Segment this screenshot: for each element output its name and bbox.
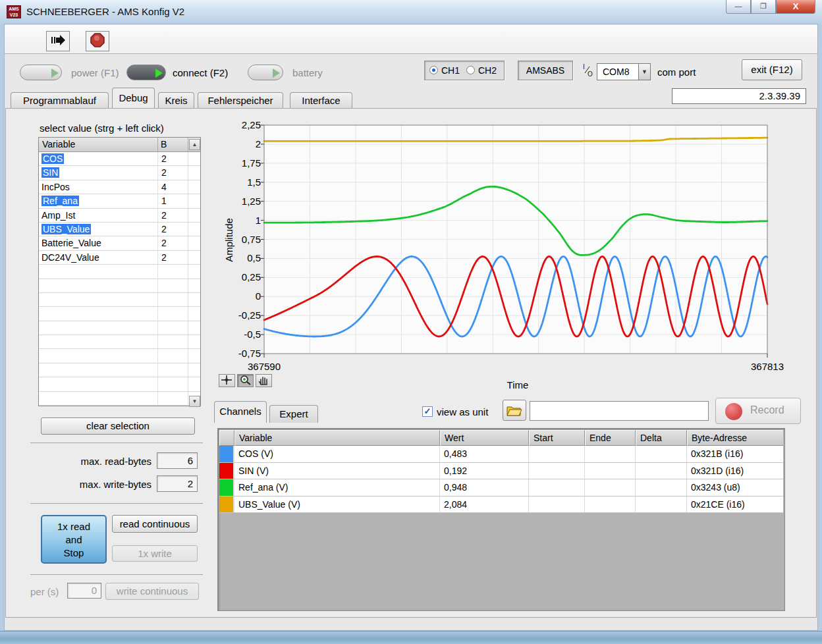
power-label: power (F1) bbox=[71, 67, 119, 78]
variable-bytes bbox=[158, 307, 188, 320]
minimize-button[interactable]: — bbox=[726, 0, 751, 14]
toggle-battery[interactable] bbox=[248, 65, 283, 80]
close-button[interactable]: X bbox=[776, 0, 815, 14]
record-button[interactable]: Record bbox=[715, 398, 801, 424]
write-continuous-button[interactable]: write continuous bbox=[105, 583, 199, 600]
variable-row-empty[interactable] bbox=[39, 307, 200, 321]
variable-row-ref_ana[interactable]: Ref_ana1 bbox=[39, 194, 200, 208]
clear-selection-button[interactable]: clear selection bbox=[41, 417, 195, 435]
variable-row-incpos[interactable]: IncPos4 bbox=[39, 180, 200, 194]
variable-row-sin[interactable]: SIN2 bbox=[39, 166, 200, 180]
cursor-tool-button[interactable] bbox=[219, 374, 235, 387]
y-tick-label: -0,25 bbox=[221, 309, 261, 321]
channel-row-sin[interactable]: SIN (V)0,1920x321D (i16) bbox=[219, 463, 783, 480]
connect-label: connect (F2) bbox=[173, 67, 228, 78]
view-as-unit-checkbox[interactable]: ✓ bbox=[422, 406, 433, 417]
tab-debug[interactable]: Debug bbox=[112, 88, 155, 108]
col-delta: Delta bbox=[636, 430, 687, 446]
battery-label: battery bbox=[292, 67, 323, 78]
read-bytes-field[interactable]: 6 bbox=[157, 452, 198, 469]
cell-ende bbox=[585, 446, 636, 462]
channels-table-header: VariableWertStartEndeDeltaByte-Adresse bbox=[219, 430, 783, 446]
radio-ch2[interactable] bbox=[466, 66, 475, 74]
cell-ende bbox=[585, 496, 636, 513]
read-bytes-label: max. read-bytes bbox=[40, 456, 151, 467]
write-bytes-label: max. write-bytes bbox=[40, 479, 151, 490]
variable-table-header: Variable B bbox=[39, 138, 200, 152]
variable-row-empty[interactable] bbox=[39, 265, 200, 279]
record-icon bbox=[725, 403, 742, 420]
variable-bytes: 2 bbox=[158, 166, 188, 179]
variable-row-batterie_value[interactable]: Batterie_Value2 bbox=[39, 236, 200, 250]
variable-row-empty[interactable] bbox=[39, 349, 200, 363]
tab-programmablauf[interactable]: Programmablauf bbox=[11, 92, 109, 108]
divider bbox=[30, 443, 203, 443]
com-dropdown-button[interactable]: ▼ bbox=[638, 63, 651, 80]
waveform-chart bbox=[217, 117, 774, 381]
io-icon: I O bbox=[582, 63, 594, 81]
y-tick-label: 1 bbox=[221, 215, 261, 226]
crosshair-icon bbox=[220, 375, 234, 385]
divider bbox=[30, 574, 203, 575]
variable-row-empty[interactable] bbox=[39, 363, 200, 377]
scroll-up-icon[interactable]: ▲ bbox=[189, 139, 200, 150]
stop-button[interactable] bbox=[86, 31, 109, 51]
browse-folder-button[interactable] bbox=[503, 400, 526, 421]
scroll-down-icon[interactable]: ▼ bbox=[189, 396, 200, 407]
record-button-label: Record bbox=[750, 404, 784, 416]
y-tick-label: 1,5 bbox=[221, 176, 261, 188]
channels-table: VariableWertStartEndeDeltaByte-Adresse C… bbox=[217, 428, 785, 611]
variable-row-amp_ist[interactable]: Amp_Ist2 bbox=[39, 209, 200, 223]
variable-bytes bbox=[158, 321, 188, 335]
variable-row-empty[interactable] bbox=[39, 293, 200, 307]
variable-bytes bbox=[158, 349, 188, 362]
col-byte-adresse: Byte-Adresse bbox=[687, 430, 783, 446]
tab-kreis[interactable]: Kreis bbox=[158, 92, 194, 108]
tab-interface[interactable]: Interface bbox=[290, 92, 352, 108]
variable-row-empty[interactable] bbox=[39, 377, 200, 391]
maximize-button[interactable]: ❐ bbox=[751, 0, 776, 14]
com-port-select[interactable]: COM8 bbox=[597, 63, 639, 80]
exit-button[interactable]: exit (F12) bbox=[742, 59, 802, 80]
y-tick-label: 0,75 bbox=[221, 234, 261, 245]
cell-wert: 0,483 bbox=[440, 446, 529, 462]
run-button[interactable] bbox=[46, 31, 70, 51]
per-seconds-field[interactable]: 0 bbox=[67, 583, 101, 599]
record-path-field[interactable] bbox=[530, 401, 709, 421]
write-bytes-field[interactable]: 2 bbox=[157, 475, 198, 492]
pan-tool-button[interactable] bbox=[256, 374, 272, 387]
variable-row-empty[interactable] bbox=[39, 392, 200, 406]
variable-name: DC24V_Value bbox=[41, 252, 99, 263]
read-once-stop-button[interactable]: 1x read and Stop bbox=[41, 515, 107, 564]
cell-addr: 0x321D (i16) bbox=[687, 463, 783, 479]
variable-row-empty[interactable] bbox=[39, 321, 200, 335]
write-once-button[interactable]: 1x write bbox=[112, 545, 198, 562]
variable-row-empty[interactable] bbox=[39, 279, 200, 293]
radio-ch1[interactable] bbox=[429, 66, 438, 74]
tab-fehlerspeicher[interactable]: Fehlerspeicher bbox=[198, 92, 283, 108]
toggle-connect[interactable] bbox=[126, 65, 166, 80]
y-tick-label: 0,25 bbox=[221, 271, 261, 282]
toggle-connect-arrow-icon bbox=[155, 68, 163, 78]
variable-row-dc24v_value[interactable]: DC24V_Value2 bbox=[39, 251, 200, 265]
toolbar bbox=[5, 25, 817, 54]
svg-text:O: O bbox=[588, 70, 593, 78]
y-tick-label: -0,5 bbox=[221, 329, 261, 340]
cell-var: Ref_ana (V) bbox=[234, 479, 440, 496]
variable-row-cos[interactable]: COS2 bbox=[39, 152, 200, 166]
cell-ende bbox=[585, 463, 636, 479]
channel-row-cos[interactable]: COS (V)0,4830x321B (i16) bbox=[219, 446, 783, 463]
variable-bytes: 2 bbox=[158, 152, 188, 165]
variable-row-ubs_value[interactable]: UBS_Value2 bbox=[39, 223, 200, 236]
variable-bytes bbox=[158, 335, 188, 348]
toggle-battery-arrow-icon bbox=[273, 68, 280, 78]
tab-expert[interactable]: Expert bbox=[269, 405, 318, 423]
app-window: AMS V23 SCHNEEBERGER - AMS Konfig V2 — ❐… bbox=[0, 0, 822, 644]
tab-channels[interactable]: Channels bbox=[214, 401, 267, 423]
variable-row-empty[interactable] bbox=[39, 335, 200, 349]
read-continuous-button[interactable]: read continuous bbox=[112, 515, 198, 533]
channel-row-ref_ana[interactable]: Ref_ana (V)0,9480x3243 (u8) bbox=[219, 479, 783, 496]
channel-row-ubs_value[interactable]: UBS_Value (V)2,0840x21CE (i16) bbox=[219, 496, 783, 514]
toggle-power[interactable] bbox=[20, 65, 62, 80]
zoom-tool-button[interactable] bbox=[237, 374, 254, 387]
